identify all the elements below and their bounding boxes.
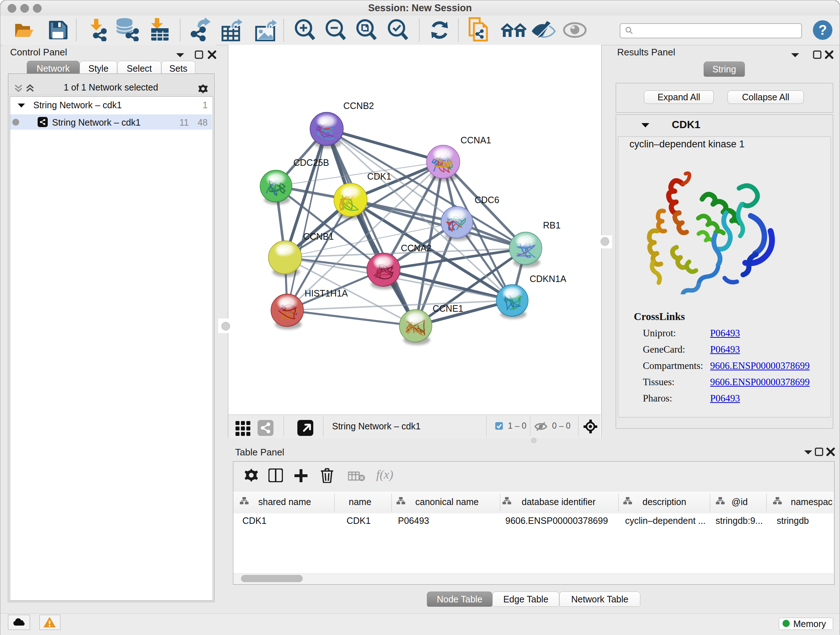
svg-text:CDKN1A: CDKN1A <box>530 274 567 284</box>
svg-text:CCNA2: CCNA2 <box>401 243 431 253</box>
svg-text:HIST1H1A: HIST1H1A <box>305 288 348 298</box>
svg-text:CCNE1: CCNE1 <box>433 303 463 314</box>
svg-text:CDC25B: CDC25B <box>294 157 329 168</box>
svg-text:CDK1: CDK1 <box>367 171 392 181</box>
svg-text:CCNA1: CCNA1 <box>461 135 491 145</box>
svg-text:CCNB1: CCNB1 <box>303 231 334 241</box>
svg-text:CDC6: CDC6 <box>475 195 499 205</box>
svg-text:CCNB2: CCNB2 <box>343 101 374 111</box>
svg-text:RB1: RB1 <box>543 220 561 230</box>
